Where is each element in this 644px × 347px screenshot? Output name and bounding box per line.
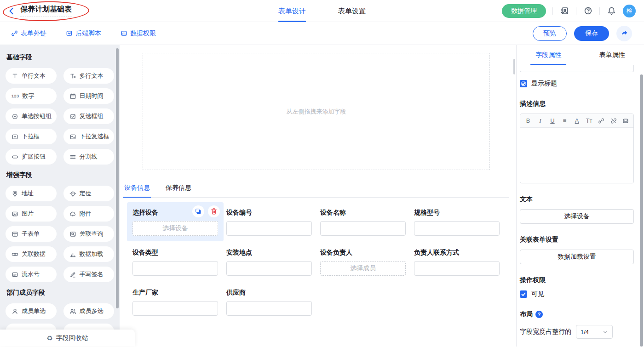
bold-icon[interactable]: B [525,117,531,124]
field-item-address[interactable]: 地址 [6,186,57,201]
field-item-divider[interactable]: 分割线 [63,149,115,165]
pill-label: 成员多选 [80,307,104,315]
field-item-single-line-text[interactable]: 单行文本 [6,68,57,84]
avatar[interactable]: 检 [623,5,636,17]
pill-label: 图片 [22,210,34,218]
show-title-checkbox[interactable] [520,80,527,87]
field-item-linked-data[interactable]: 关联数据 [6,246,57,262]
underline-icon[interactable]: U [549,117,556,124]
owner-contact-input[interactable] [414,261,500,276]
field-spec-model[interactable]: 规格型号 [414,209,500,236]
field-device-owner[interactable]: 设备负责人 选择成员 [320,249,406,276]
panel-scrollbar[interactable] [640,74,643,347]
back-button[interactable] [7,7,16,15]
italic-icon[interactable]: I [537,117,544,125]
field-owner-contact[interactable]: 负责人联系方式 [414,249,500,276]
tab-device-info[interactable]: 设备信息 [123,184,151,197]
description-editor: B I U ≡ A Tт [520,114,634,183]
pill-label: 数字 [23,92,34,100]
visible-checkbox[interactable] [520,290,527,298]
font-size-icon[interactable]: Tт [586,117,592,124]
remove-link-icon[interactable] [610,118,617,124]
field-item-select[interactable]: 下拉框 [6,129,57,144]
field-item-image[interactable]: 图片 [6,206,57,222]
field-item-signature[interactable]: 手写签名 [63,267,115,282]
preview-button[interactable]: 预览 [533,26,567,41]
tab-form-properties[interactable]: 表单属性 [581,45,644,65]
select-member-picker[interactable]: 选择成员 [320,261,406,276]
field-item-datetime[interactable]: 日期时间 [63,88,115,104]
insert-image-icon[interactable] [622,118,629,124]
select-device-picker[interactable]: 选择设备 [132,221,218,236]
field-title-input-partial[interactable] [520,65,634,72]
description-textarea[interactable] [520,128,633,183]
field-item-extend-button[interactable]: 扩展按钮 [6,149,57,165]
drop-area[interactable]: 从左侧拖拽来添加字段 [143,53,490,170]
field-item-radio-group[interactable]: 单选按钮组 [6,108,57,124]
field-device-name[interactable]: 设备名称 [320,209,406,236]
single-line-text-icon [12,73,18,80]
field-item-linked-query[interactable]: 关联查询 [63,226,115,242]
field-item-serial-number[interactable]: 流水号 [6,267,57,282]
tab-maintenance-info[interactable]: 保养信息 [165,184,192,197]
field-device-type[interactable]: 设备类型 [132,249,218,276]
field-width-select[interactable]: 1/4 [576,325,613,339]
data-manage-button[interactable]: 数据管理 [502,4,546,18]
field-item-location[interactable]: 定位 [63,186,115,201]
tab-form-design[interactable]: 表单设计 [278,0,306,22]
align-icon[interactable]: ≡ [562,117,568,124]
device-type-input[interactable] [132,261,218,276]
field-item-subform[interactable]: 子表单 [6,226,57,242]
help-circle-icon[interactable] [583,6,593,16]
share-icon [621,29,628,37]
device-name-input[interactable] [320,221,406,236]
field-item-multi-line-text[interactable]: 多行文本 [63,68,115,84]
canvas-scrollbar[interactable] [513,59,515,74]
tab-form-settings[interactable]: 表单设置 [338,0,366,22]
field-item-attachment[interactable]: 附件 [63,206,115,222]
data-load-setting-button[interactable]: 数据加载设置 [520,250,634,264]
copy-field-button[interactable] [192,205,204,217]
form-external-link[interactable]: 表单外链 [11,29,46,38]
save-button[interactable]: 保存 [574,26,609,41]
data-permission-link[interactable]: 数据权限 [121,29,156,38]
field-width-row: 字段宽度占整行的 1/4 [520,325,634,339]
field-label: 设备名称 [320,209,406,217]
field-width-value: 1/4 [581,329,589,336]
field-label: 设备编号 [226,209,312,217]
backend-script-link[interactable]: 后端脚本 [66,29,101,38]
field-item-multi-select[interactable]: 下拉复选框 [63,129,115,144]
radio-group-icon [12,113,18,120]
field-recycle-bin[interactable]: ♻ 字段回收站 [0,330,135,347]
sidebar-scrollbar[interactable] [116,48,119,308]
share-button[interactable] [616,26,632,41]
field-item-number[interactable]: 123数字 [6,88,57,104]
field-item-member-multi[interactable]: 成员多选 [63,303,115,319]
spec-model-input[interactable] [414,221,500,236]
manufacturer-input[interactable] [132,301,218,316]
form-title[interactable]: 保养计划基础表 [20,5,72,17]
section-member-fields: 部门成员字段 [6,289,114,297]
bell-icon[interactable] [606,6,616,16]
contacts-book-icon[interactable] [559,6,569,16]
field-supplier[interactable]: 供应商 [226,289,312,316]
supplier-input[interactable] [226,301,312,316]
field-install-location[interactable]: 安装地点 [226,249,312,276]
device-code-input[interactable] [226,221,312,236]
insert-link-icon[interactable] [598,118,604,124]
font-color-icon[interactable]: A [574,117,580,124]
select-device-setting-button[interactable]: 选择设备 [520,209,634,224]
field-item-member-single[interactable]: 成员单选 [6,303,57,319]
install-location-input[interactable] [226,261,312,276]
layout-help-icon[interactable]: ? [535,311,543,318]
field-manufacturer[interactable]: 生产厂家 [132,289,218,316]
tab-field-properties[interactable]: 字段属性 [517,45,581,65]
pill-label: 关联查询 [80,230,104,238]
basic-fields-grid: 单行文本 多行文本 123数字 日期时间 单选按钮组 复选框组 下拉框 下拉复选… [6,68,114,165]
app-header: 保养计划基础表 表单设计 表单设置 数据管理 检 [0,0,644,22]
field-device-code[interactable]: 设备编号 [226,209,312,236]
field-item-checkbox-group[interactable]: 复选框组 [63,108,115,124]
delete-field-button[interactable] [208,205,220,217]
field-item-data-load[interactable]: 数据加载 [63,246,115,262]
field-select-device[interactable]: 选择设备 选择设备 [127,202,224,241]
